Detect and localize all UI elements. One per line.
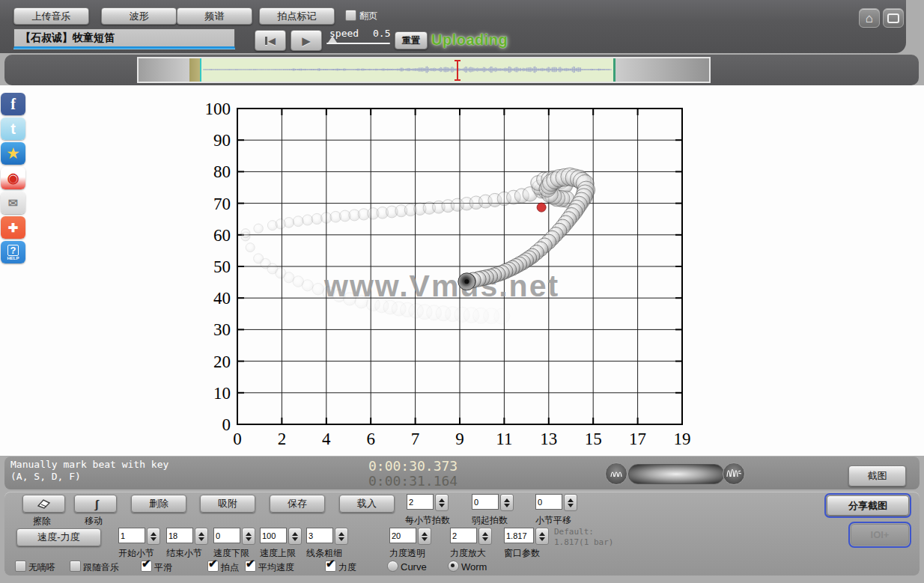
beats-per-measure-spinner bbox=[407, 494, 449, 510]
upload-music-button[interactable]: 上传音乐 bbox=[13, 7, 89, 25]
beats-per-measure-arrows[interactable] bbox=[435, 494, 449, 511]
smooth-checkbox[interactable] bbox=[141, 561, 152, 572]
speed-slider-thumb[interactable] bbox=[328, 36, 337, 43]
svg-text:40: 40 bbox=[213, 289, 231, 308]
tempo-max-spinner bbox=[260, 528, 302, 543]
weibo-share-icon[interactable]: ◉ bbox=[1, 167, 25, 189]
svg-text:0: 0 bbox=[233, 430, 242, 448]
facebook-glyph: f bbox=[10, 96, 16, 113]
twitter-share-icon[interactable]: t bbox=[1, 117, 25, 140]
load-label: 载入 bbox=[357, 497, 377, 510]
window-param-arrows[interactable] bbox=[535, 528, 549, 545]
page-flip-checkbox[interactable] bbox=[345, 10, 356, 21]
eraser-icon bbox=[36, 498, 52, 510]
email-share-icon[interactable]: ✉ bbox=[1, 192, 25, 214]
spectrum-button[interactable]: 频谱 bbox=[177, 7, 252, 25]
window-param-spinner bbox=[504, 528, 549, 543]
svg-text:20: 20 bbox=[213, 352, 231, 371]
rewind-button[interactable]: ◀ bbox=[255, 30, 286, 51]
dynamics-scale-input[interactable] bbox=[450, 528, 477, 543]
dynamics-opacity-arrows[interactable] bbox=[418, 528, 431, 545]
beat-points-label: 拍点 bbox=[221, 561, 239, 574]
chart-grid bbox=[237, 109, 682, 424]
start-measure-arrows[interactable] bbox=[147, 528, 160, 545]
measure-shift-arrows[interactable] bbox=[564, 494, 577, 511]
pickup-beats-input[interactable] bbox=[472, 494, 499, 510]
line-width-arrows[interactable] bbox=[335, 528, 348, 545]
delete-button[interactable]: 删除 bbox=[131, 495, 186, 513]
time-current: 0:00:30.373 bbox=[368, 458, 458, 474]
window-param-input[interactable] bbox=[504, 528, 534, 543]
beats-per-measure-input[interactable] bbox=[407, 494, 434, 510]
play-button[interactable]: ▶ bbox=[291, 30, 322, 51]
question-glyph: ? bbox=[7, 245, 19, 256]
home-button[interactable]: ⌂ bbox=[859, 8, 880, 28]
tempo-max-arrows[interactable] bbox=[288, 528, 302, 545]
svg-text:15: 15 bbox=[585, 430, 602, 448]
speed-slider-track[interactable] bbox=[326, 43, 390, 44]
line-width-spinner bbox=[306, 528, 348, 543]
delete-label: 删除 bbox=[149, 497, 168, 510]
dynamics-opacity-input[interactable] bbox=[389, 528, 416, 543]
fullscreen-button[interactable] bbox=[883, 8, 904, 28]
dynamics-label: 力度 bbox=[338, 561, 356, 574]
qzone-star-glyph: ★ bbox=[7, 145, 19, 162]
dynamics-scale-arrows[interactable] bbox=[478, 528, 492, 545]
song-title-input[interactable] bbox=[13, 28, 235, 49]
qzone-share-icon[interactable]: ★ bbox=[1, 142, 25, 165]
load-button[interactable]: 载入 bbox=[339, 495, 395, 513]
no-tick-checkbox[interactable] bbox=[15, 561, 26, 572]
tempo-min-arrows[interactable] bbox=[242, 528, 255, 545]
waveform-label: 波形 bbox=[130, 10, 149, 23]
svg-text:50: 50 bbox=[213, 257, 231, 276]
dynamics-checkbox[interactable] bbox=[325, 561, 336, 572]
eraser-tool-button[interactable] bbox=[22, 495, 65, 513]
share-screenshot-button[interactable]: 分享截图 bbox=[827, 495, 909, 516]
curve-radio[interactable] bbox=[387, 561, 398, 572]
svg-text:19: 19 bbox=[674, 430, 691, 448]
waveform-audio-region[interactable] bbox=[201, 58, 613, 82]
end-measure-arrows[interactable] bbox=[195, 528, 208, 545]
reset-button[interactable]: 重置 bbox=[395, 31, 428, 49]
save-button[interactable]: 保存 bbox=[270, 495, 325, 513]
volume-max-icon[interactable] bbox=[723, 463, 745, 485]
start-measure-input[interactable] bbox=[118, 528, 145, 543]
smooth-label: 平滑 bbox=[154, 561, 172, 574]
beat-mark-button[interactable]: 拍点标记 bbox=[259, 7, 335, 25]
tempo-max-input[interactable] bbox=[260, 528, 287, 543]
help-icon[interactable]: ? HELP bbox=[1, 241, 25, 263]
volume-min-icon[interactable] bbox=[605, 463, 627, 485]
play-icon: ▶ bbox=[302, 35, 311, 46]
tempo-min-input[interactable] bbox=[213, 528, 240, 543]
waveform-panel[interactable] bbox=[139, 58, 709, 82]
measure-shift-spinner bbox=[535, 494, 577, 510]
move-tool-button[interactable]: ∫∫ bbox=[74, 495, 117, 513]
snap-button[interactable]: 吸附 bbox=[200, 495, 255, 513]
playhead-cursor[interactable] bbox=[454, 59, 461, 82]
worm-radio[interactable] bbox=[448, 561, 459, 572]
average-tempo-checkbox[interactable] bbox=[245, 561, 256, 572]
waveform-button[interactable]: 波形 bbox=[101, 7, 177, 25]
measure-shift-input[interactable] bbox=[535, 494, 562, 510]
end-measure-label: 结束小节 bbox=[166, 547, 202, 560]
more-share-icon[interactable]: ✚ bbox=[1, 216, 25, 239]
svg-text:80: 80 bbox=[213, 162, 231, 181]
speed-value: 0.5 bbox=[373, 28, 390, 39]
window-param-label: 窗口参数 bbox=[504, 547, 540, 560]
tempo-min-label: 速度下限 bbox=[213, 547, 249, 560]
screenshot-label: 截图 bbox=[868, 469, 887, 483]
beat-points-checkbox[interactable] bbox=[207, 561, 219, 572]
pickup-beats-arrows[interactable] bbox=[500, 494, 514, 511]
red-beat-marker bbox=[537, 203, 546, 212]
end-measure-input[interactable] bbox=[166, 528, 193, 543]
tempo-dynamics-mode-button[interactable]: 速度-力度 bbox=[16, 528, 101, 546]
tempo-min-spinner bbox=[213, 528, 255, 543]
facebook-share-icon[interactable]: f bbox=[1, 93, 25, 115]
screenshot-button[interactable]: 截图 bbox=[848, 466, 906, 486]
volume-slider[interactable] bbox=[628, 464, 724, 484]
follow-music-checkbox[interactable] bbox=[70, 561, 81, 572]
waveform-right-pad bbox=[616, 58, 709, 82]
line-width-input[interactable] bbox=[306, 528, 333, 543]
beat-key-hint: Manually mark beat with key(A, S, D, F) bbox=[10, 459, 168, 483]
move-icon: ∫∫ bbox=[94, 498, 96, 510]
